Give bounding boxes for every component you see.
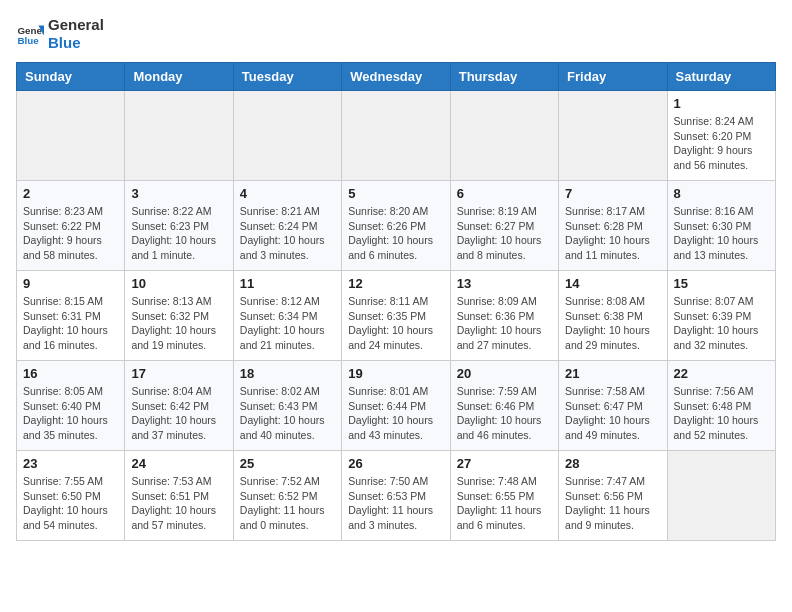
- day-info: Sunrise: 8:11 AM Sunset: 6:35 PM Dayligh…: [348, 294, 443, 353]
- calendar-cell: 15Sunrise: 8:07 AM Sunset: 6:39 PM Dayli…: [667, 271, 775, 361]
- day-info: Sunrise: 8:05 AM Sunset: 6:40 PM Dayligh…: [23, 384, 118, 443]
- calendar-week-3: 9Sunrise: 8:15 AM Sunset: 6:31 PM Daylig…: [17, 271, 776, 361]
- day-info: Sunrise: 7:59 AM Sunset: 6:46 PM Dayligh…: [457, 384, 552, 443]
- calendar-week-1: 1Sunrise: 8:24 AM Sunset: 6:20 PM Daylig…: [17, 91, 776, 181]
- calendar-week-5: 23Sunrise: 7:55 AM Sunset: 6:50 PM Dayli…: [17, 451, 776, 541]
- day-info: Sunrise: 8:19 AM Sunset: 6:27 PM Dayligh…: [457, 204, 552, 263]
- calendar-cell: 24Sunrise: 7:53 AM Sunset: 6:51 PM Dayli…: [125, 451, 233, 541]
- day-number: 28: [565, 456, 660, 471]
- day-info: Sunrise: 8:08 AM Sunset: 6:38 PM Dayligh…: [565, 294, 660, 353]
- day-info: Sunrise: 8:15 AM Sunset: 6:31 PM Dayligh…: [23, 294, 118, 353]
- day-info: Sunrise: 8:02 AM Sunset: 6:43 PM Dayligh…: [240, 384, 335, 443]
- day-info: Sunrise: 7:53 AM Sunset: 6:51 PM Dayligh…: [131, 474, 226, 533]
- day-number: 2: [23, 186, 118, 201]
- calendar-cell: 26Sunrise: 7:50 AM Sunset: 6:53 PM Dayli…: [342, 451, 450, 541]
- day-number: 21: [565, 366, 660, 381]
- calendar-cell: 4Sunrise: 8:21 AM Sunset: 6:24 PM Daylig…: [233, 181, 341, 271]
- calendar-cell: [125, 91, 233, 181]
- calendar-cell: 16Sunrise: 8:05 AM Sunset: 6:40 PM Dayli…: [17, 361, 125, 451]
- calendar-cell: 5Sunrise: 8:20 AM Sunset: 6:26 PM Daylig…: [342, 181, 450, 271]
- day-number: 24: [131, 456, 226, 471]
- day-number: 7: [565, 186, 660, 201]
- calendar-cell: 21Sunrise: 7:58 AM Sunset: 6:47 PM Dayli…: [559, 361, 667, 451]
- calendar-cell: 20Sunrise: 7:59 AM Sunset: 6:46 PM Dayli…: [450, 361, 558, 451]
- day-info: Sunrise: 7:47 AM Sunset: 6:56 PM Dayligh…: [565, 474, 660, 533]
- calendar-cell: 1Sunrise: 8:24 AM Sunset: 6:20 PM Daylig…: [667, 91, 775, 181]
- calendar-cell: 9Sunrise: 8:15 AM Sunset: 6:31 PM Daylig…: [17, 271, 125, 361]
- calendar-cell: 17Sunrise: 8:04 AM Sunset: 6:42 PM Dayli…: [125, 361, 233, 451]
- calendar-cell: [342, 91, 450, 181]
- day-number: 17: [131, 366, 226, 381]
- weekday-header-tuesday: Tuesday: [233, 63, 341, 91]
- day-info: Sunrise: 8:04 AM Sunset: 6:42 PM Dayligh…: [131, 384, 226, 443]
- calendar-cell: 23Sunrise: 7:55 AM Sunset: 6:50 PM Dayli…: [17, 451, 125, 541]
- weekday-header-thursday: Thursday: [450, 63, 558, 91]
- day-number: 8: [674, 186, 769, 201]
- day-number: 1: [674, 96, 769, 111]
- day-info: Sunrise: 7:52 AM Sunset: 6:52 PM Dayligh…: [240, 474, 335, 533]
- day-number: 6: [457, 186, 552, 201]
- day-number: 15: [674, 276, 769, 291]
- calendar-cell: [17, 91, 125, 181]
- day-number: 19: [348, 366, 443, 381]
- calendar-cell: 14Sunrise: 8:08 AM Sunset: 6:38 PM Dayli…: [559, 271, 667, 361]
- calendar-cell: 13Sunrise: 8:09 AM Sunset: 6:36 PM Dayli…: [450, 271, 558, 361]
- calendar-cell: 19Sunrise: 8:01 AM Sunset: 6:44 PM Dayli…: [342, 361, 450, 451]
- calendar-header-row: SundayMondayTuesdayWednesdayThursdayFrid…: [17, 63, 776, 91]
- day-number: 3: [131, 186, 226, 201]
- day-info: Sunrise: 8:23 AM Sunset: 6:22 PM Dayligh…: [23, 204, 118, 263]
- calendar-cell: 10Sunrise: 8:13 AM Sunset: 6:32 PM Dayli…: [125, 271, 233, 361]
- calendar-cell: 25Sunrise: 7:52 AM Sunset: 6:52 PM Dayli…: [233, 451, 341, 541]
- day-info: Sunrise: 8:12 AM Sunset: 6:34 PM Dayligh…: [240, 294, 335, 353]
- day-number: 25: [240, 456, 335, 471]
- day-info: Sunrise: 8:09 AM Sunset: 6:36 PM Dayligh…: [457, 294, 552, 353]
- day-number: 4: [240, 186, 335, 201]
- day-info: Sunrise: 8:13 AM Sunset: 6:32 PM Dayligh…: [131, 294, 226, 353]
- day-info: Sunrise: 8:17 AM Sunset: 6:28 PM Dayligh…: [565, 204, 660, 263]
- day-info: Sunrise: 7:58 AM Sunset: 6:47 PM Dayligh…: [565, 384, 660, 443]
- calendar-cell: 3Sunrise: 8:22 AM Sunset: 6:23 PM Daylig…: [125, 181, 233, 271]
- day-number: 10: [131, 276, 226, 291]
- calendar-cell: [233, 91, 341, 181]
- day-number: 14: [565, 276, 660, 291]
- calendar-cell: 28Sunrise: 7:47 AM Sunset: 6:56 PM Dayli…: [559, 451, 667, 541]
- calendar-week-2: 2Sunrise: 8:23 AM Sunset: 6:22 PM Daylig…: [17, 181, 776, 271]
- day-number: 27: [457, 456, 552, 471]
- header: General Blue GeneralBlue: [16, 16, 776, 52]
- day-info: Sunrise: 7:50 AM Sunset: 6:53 PM Dayligh…: [348, 474, 443, 533]
- svg-text:Blue: Blue: [17, 35, 39, 46]
- calendar-cell: 22Sunrise: 7:56 AM Sunset: 6:48 PM Dayli…: [667, 361, 775, 451]
- logo: General Blue GeneralBlue: [16, 16, 104, 52]
- weekday-header-monday: Monday: [125, 63, 233, 91]
- weekday-header-sunday: Sunday: [17, 63, 125, 91]
- day-info: Sunrise: 8:07 AM Sunset: 6:39 PM Dayligh…: [674, 294, 769, 353]
- day-number: 22: [674, 366, 769, 381]
- weekday-header-friday: Friday: [559, 63, 667, 91]
- day-info: Sunrise: 8:20 AM Sunset: 6:26 PM Dayligh…: [348, 204, 443, 263]
- calendar-cell: 2Sunrise: 8:23 AM Sunset: 6:22 PM Daylig…: [17, 181, 125, 271]
- day-number: 5: [348, 186, 443, 201]
- calendar-cell: 8Sunrise: 8:16 AM Sunset: 6:30 PM Daylig…: [667, 181, 775, 271]
- calendar-cell: 6Sunrise: 8:19 AM Sunset: 6:27 PM Daylig…: [450, 181, 558, 271]
- weekday-header-wednesday: Wednesday: [342, 63, 450, 91]
- day-info: Sunrise: 7:55 AM Sunset: 6:50 PM Dayligh…: [23, 474, 118, 533]
- calendar-cell: 7Sunrise: 8:17 AM Sunset: 6:28 PM Daylig…: [559, 181, 667, 271]
- calendar-cell: [559, 91, 667, 181]
- calendar-cell: [667, 451, 775, 541]
- day-number: 9: [23, 276, 118, 291]
- calendar-week-4: 16Sunrise: 8:05 AM Sunset: 6:40 PM Dayli…: [17, 361, 776, 451]
- day-info: Sunrise: 8:16 AM Sunset: 6:30 PM Dayligh…: [674, 204, 769, 263]
- calendar-cell: 12Sunrise: 8:11 AM Sunset: 6:35 PM Dayli…: [342, 271, 450, 361]
- day-number: 12: [348, 276, 443, 291]
- day-info: Sunrise: 7:56 AM Sunset: 6:48 PM Dayligh…: [674, 384, 769, 443]
- day-number: 26: [348, 456, 443, 471]
- calendar: SundayMondayTuesdayWednesdayThursdayFrid…: [16, 62, 776, 541]
- calendar-cell: 27Sunrise: 7:48 AM Sunset: 6:55 PM Dayli…: [450, 451, 558, 541]
- day-info: Sunrise: 8:22 AM Sunset: 6:23 PM Dayligh…: [131, 204, 226, 263]
- day-number: 20: [457, 366, 552, 381]
- calendar-cell: 18Sunrise: 8:02 AM Sunset: 6:43 PM Dayli…: [233, 361, 341, 451]
- logo-icon: General Blue: [16, 20, 44, 48]
- day-info: Sunrise: 8:24 AM Sunset: 6:20 PM Dayligh…: [674, 114, 769, 173]
- day-number: 13: [457, 276, 552, 291]
- day-info: Sunrise: 8:21 AM Sunset: 6:24 PM Dayligh…: [240, 204, 335, 263]
